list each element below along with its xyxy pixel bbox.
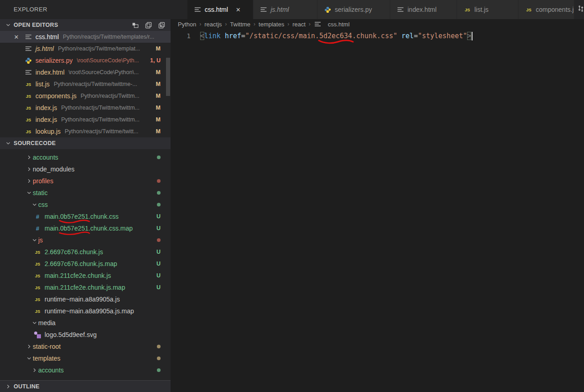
open-editors-actions — [132, 19, 165, 31]
file-path: Python/reactjs/Twittm... — [81, 93, 155, 99]
js-file-icon: JS — [34, 296, 41, 303]
js-file-icon: JS — [34, 272, 41, 279]
python-file-icon — [25, 57, 32, 64]
js-file-icon: JS — [34, 307, 41, 315]
breadcrumb-segment[interactable]: templates — [259, 21, 284, 28]
open-bracket: < — [200, 32, 204, 40]
sourcecode-header[interactable]: SOURCECODE — [0, 137, 171, 149]
tab-list-js[interactable]: JS list.js — [457, 0, 519, 19]
folder-name: media — [38, 319, 55, 327]
tab-index-html[interactable]: index.html — [390, 0, 457, 19]
js-file-icon: JS — [463, 6, 471, 13]
file-name: serializers.py — [35, 57, 73, 64]
red-underline-annotation: 0b57e251 — [60, 225, 88, 232]
breadcrumb-segment[interactable]: reactjs — [204, 21, 222, 28]
breadcrumb-segment[interactable]: Python — [178, 21, 196, 28]
folder-name: accounts — [38, 367, 64, 374]
open-editor-item[interactable]: JS lookup.js Python/reactjs/Twittme/twit… — [0, 126, 171, 137]
sidebar-scrollbar[interactable] — [166, 58, 170, 96]
tab-label: index.html — [408, 6, 437, 13]
save-all-icon[interactable] — [145, 22, 152, 29]
file-name: index.html — [35, 69, 65, 76]
html-file-icon — [194, 6, 201, 13]
tree-file-main-chunk-css[interactable]: # main.0b57e251.chunk.css U — [0, 211, 171, 222]
tab-css-html[interactable]: css.html ✕ — [187, 0, 253, 19]
error-dot-badge — [157, 179, 161, 183]
explorer-sidebar: EXPLORER OPEN EDITORS ✕ — [0, 0, 171, 392]
tab-label: list.js — [474, 6, 488, 13]
tree-folder-templates[interactable]: templates — [0, 352, 171, 364]
css-file-icon: # — [34, 225, 41, 232]
tabbar-gap — [171, 0, 187, 19]
tree-file-2-chunk-js-map[interactable]: JS 2.6697c676.chunk.js.map U — [0, 258, 171, 270]
open-editor-item[interactable]: JS index.js Python/reactjs/Twittme/twitt… — [0, 102, 171, 114]
breadcrumb-segment[interactable]: Twittme — [230, 21, 251, 28]
git-status-badge: U — [156, 249, 161, 255]
tree-file-main-chunk-js[interactable]: JS main.211cfe2e.chunk.js U — [0, 270, 171, 281]
tree-file-logo-svg[interactable]: logo.5d5d9eef.svg — [0, 329, 171, 341]
folder-name: templates — [33, 355, 60, 362]
open-editor-item[interactable]: serializers.py \root\SourceCode\Pyth... … — [0, 55, 171, 66]
tree-folder-js[interactable]: js — [0, 234, 171, 246]
toggle-layout-icon[interactable] — [132, 22, 139, 29]
js-file-icon: JS — [25, 116, 32, 123]
close-icon[interactable]: ✕ — [236, 6, 241, 13]
breadcrumb-segment[interactable]: react — [292, 21, 306, 28]
tree-file-runtime-main-js[interactable]: JS runtime~main.a8a9905a.js — [0, 293, 171, 305]
tree-folder-node-modules[interactable]: node_modules — [0, 163, 171, 175]
close-icon[interactable]: ✕ — [13, 34, 20, 40]
tree-folder-profiles[interactable]: profiles — [0, 175, 171, 187]
tree-folder-static[interactable]: static — [0, 187, 171, 199]
tree-folder-static-root[interactable]: static-root — [0, 341, 171, 352]
tree-file-runtime-main-js-map[interactable]: JS runtime~main.a8a9905a.js.map — [0, 305, 171, 317]
chevron-right-icon: › — [199, 21, 201, 27]
git-status-badge: U — [156, 261, 161, 267]
js-file-icon: JS — [34, 260, 41, 267]
open-editors-header[interactable]: OPEN EDITORS — [0, 19, 171, 31]
breadcrumb-file[interactable]: css.html — [328, 21, 350, 28]
tab-serializers-py[interactable]: serializers.py — [317, 0, 390, 19]
open-editor-item[interactable]: ✕ css.html Python/reactjs/Twittme/templa… — [0, 31, 171, 43]
file-path: Python/reactjs/Twittme/twitt... — [65, 128, 154, 135]
open-editor-item[interactable]: index.html \root\SourceCode\Python\... M — [0, 66, 171, 78]
tree-file-main-chunk-js-map[interactable]: JS main.211cfe2e.chunk.js.map U — [0, 281, 171, 293]
chevron-right-icon: › — [225, 21, 227, 27]
file-name: index.js — [35, 116, 57, 123]
open-editor-item[interactable]: JS index.js Python/reactjs/Twittme/twitt… — [0, 114, 171, 126]
file-name: lookup.js — [35, 128, 60, 135]
close-all-editors-icon[interactable] — [158, 22, 165, 29]
tab-js-html[interactable]: js.html — [253, 0, 317, 19]
git-status-badge: U — [156, 225, 161, 231]
file-name: index.js — [35, 104, 57, 111]
tree-folder-templates-accounts[interactable]: accounts — [0, 364, 171, 376]
file-path: \root\SourceCode\Python\... — [69, 69, 154, 75]
tree-folder-css[interactable]: css — [0, 199, 171, 211]
git-status-badge: M — [156, 105, 161, 111]
js-file-icon: JS — [525, 6, 533, 13]
html-file-icon — [314, 20, 322, 28]
tree-folder-accounts[interactable]: accounts — [0, 151, 171, 163]
open-editor-item[interactable]: js.html Python/reactjs/Twittme/templat..… — [0, 43, 171, 55]
outline-header[interactable]: OUTLINE — [0, 380, 171, 392]
tree-file-2-chunk-js[interactable]: JS 2.6697c676.chunk.js U — [0, 246, 171, 258]
file-path: Python/reactjs/Twittme/twittm... — [61, 116, 155, 123]
css-file-icon: # — [34, 213, 41, 220]
open-changes-icon[interactable] — [577, 5, 584, 14]
open-editor-item[interactable]: JS components.js Python/reactjs/Twittm..… — [0, 90, 171, 102]
folder-name: js — [38, 236, 43, 244]
code-content: <link href="/static/css/main.5d2ec634.ch… — [200, 32, 473, 40]
tab-components-js[interactable]: JS components.js — [519, 0, 574, 19]
tree-file-main-chunk-css-map[interactable]: # main.0b57e251.chunk.css.map U — [0, 222, 171, 234]
tree-folder-media[interactable]: media — [0, 317, 171, 329]
code-editor[interactable]: 1 <link href="/static/css/main.5d2ec634.… — [171, 29, 584, 392]
tab-label: css.html — [205, 6, 228, 13]
red-underline-annotation: 5d2ec634 — [319, 32, 352, 40]
open-editor-item[interactable]: JS list.js Python/reactjs/Twittme/twittm… — [0, 78, 171, 90]
svg-file-icon — [34, 331, 41, 338]
open-editors-label: OPEN EDITORS — [14, 22, 58, 28]
git-status-badge: M — [156, 93, 161, 99]
red-underline-annotation: 0b57e251 — [60, 213, 88, 220]
file-name: js.html — [35, 45, 54, 52]
error-dot-badge — [157, 238, 161, 242]
html-file-icon — [25, 33, 32, 40]
